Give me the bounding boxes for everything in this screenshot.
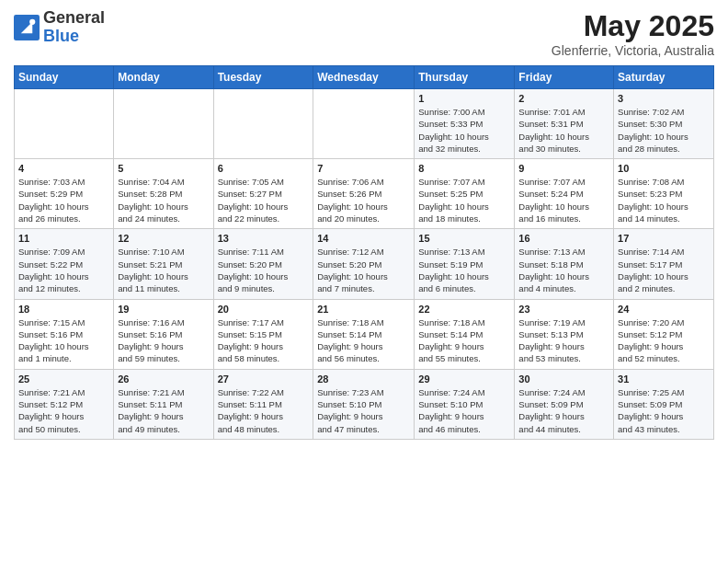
calendar-cell: 14Sunrise: 7:12 AM Sunset: 5:20 PM Dayli… xyxy=(313,229,415,299)
day-number: 25 xyxy=(18,373,109,385)
day-info: Sunrise: 7:05 AM Sunset: 5:27 PM Dayligh… xyxy=(218,176,310,224)
calendar-cell: 16Sunrise: 7:13 AM Sunset: 5:18 PM Dayli… xyxy=(515,229,614,299)
day-number: 29 xyxy=(418,373,510,385)
calendar-cell: 1Sunrise: 7:00 AM Sunset: 5:33 PM Daylig… xyxy=(415,89,515,159)
calendar-cell: 31Sunrise: 7:25 AM Sunset: 5:09 PM Dayli… xyxy=(614,369,714,439)
day-info: Sunrise: 7:02 AM Sunset: 5:30 PM Dayligh… xyxy=(618,106,710,155)
day-number: 11 xyxy=(18,233,109,244)
week-row-4: 18Sunrise: 7:15 AM Sunset: 5:16 PM Dayli… xyxy=(15,299,714,369)
calendar-cell: 28Sunrise: 7:23 AM Sunset: 5:10 PM Dayli… xyxy=(313,369,415,439)
calendar-cell: 9Sunrise: 7:07 AM Sunset: 5:24 PM Daylig… xyxy=(515,159,614,229)
calendar-cell: 7Sunrise: 7:06 AM Sunset: 5:26 PM Daylig… xyxy=(313,159,415,229)
month-year: May 2025 xyxy=(552,9,714,43)
weekday-header-monday: Monday xyxy=(114,66,213,89)
day-number: 28 xyxy=(317,373,410,385)
day-number: 13 xyxy=(218,233,310,244)
day-info: Sunrise: 7:24 AM Sunset: 5:09 PM Dayligh… xyxy=(518,386,609,435)
calendar-cell xyxy=(114,89,213,159)
calendar-cell: 3Sunrise: 7:02 AM Sunset: 5:30 PM Daylig… xyxy=(614,89,714,159)
day-info: Sunrise: 7:13 AM Sunset: 5:18 PM Dayligh… xyxy=(518,246,609,294)
logo: General Blue xyxy=(14,9,105,46)
day-number: 14 xyxy=(317,233,410,244)
calendar-cell: 23Sunrise: 7:19 AM Sunset: 5:13 PM Dayli… xyxy=(515,299,614,369)
calendar-cell: 26Sunrise: 7:21 AM Sunset: 5:11 PM Dayli… xyxy=(114,369,213,439)
day-info: Sunrise: 7:04 AM Sunset: 5:28 PM Dayligh… xyxy=(118,176,209,224)
day-info: Sunrise: 7:01 AM Sunset: 5:31 PM Dayligh… xyxy=(518,106,609,155)
calendar-cell: 17Sunrise: 7:14 AM Sunset: 5:17 PM Dayli… xyxy=(614,229,714,299)
calendar-cell: 22Sunrise: 7:18 AM Sunset: 5:14 PM Dayli… xyxy=(415,299,515,369)
calendar-cell: 25Sunrise: 7:21 AM Sunset: 5:12 PM Dayli… xyxy=(15,369,114,439)
logo-general: General xyxy=(43,8,105,27)
calendar-cell: 10Sunrise: 7:08 AM Sunset: 5:23 PM Dayli… xyxy=(614,159,714,229)
day-number: 12 xyxy=(118,233,209,244)
calendar-cell: 18Sunrise: 7:15 AM Sunset: 5:16 PM Dayli… xyxy=(15,299,114,369)
day-number: 3 xyxy=(618,93,710,104)
day-info: Sunrise: 7:14 AM Sunset: 5:17 PM Dayligh… xyxy=(618,246,710,294)
calendar-cell: 20Sunrise: 7:17 AM Sunset: 5:15 PM Dayli… xyxy=(213,299,313,369)
calendar-cell: 4Sunrise: 7:03 AM Sunset: 5:29 PM Daylig… xyxy=(15,159,114,229)
day-info: Sunrise: 7:09 AM Sunset: 5:22 PM Dayligh… xyxy=(18,246,109,294)
calendar-cell: 21Sunrise: 7:18 AM Sunset: 5:14 PM Dayli… xyxy=(313,299,415,369)
day-number: 9 xyxy=(518,163,609,174)
calendar-cell: 19Sunrise: 7:16 AM Sunset: 5:16 PM Dayli… xyxy=(114,299,213,369)
day-number: 31 xyxy=(618,373,710,385)
day-info: Sunrise: 7:08 AM Sunset: 5:23 PM Dayligh… xyxy=(618,176,710,224)
week-row-1: 1Sunrise: 7:00 AM Sunset: 5:33 PM Daylig… xyxy=(15,89,714,159)
weekday-header-tuesday: Tuesday xyxy=(213,66,313,89)
title-block: May 2025 Glenferrie, Victoria, Australia xyxy=(552,9,714,58)
calendar-cell: 6Sunrise: 7:05 AM Sunset: 5:27 PM Daylig… xyxy=(213,159,313,229)
day-info: Sunrise: 7:07 AM Sunset: 5:25 PM Dayligh… xyxy=(418,176,510,224)
day-info: Sunrise: 7:10 AM Sunset: 5:21 PM Dayligh… xyxy=(118,246,209,294)
calendar-table: SundayMondayTuesdayWednesdayThursdayFrid… xyxy=(14,65,714,440)
page-header: General Blue May 2025 Glenferrie, Victor… xyxy=(14,9,714,58)
day-info: Sunrise: 7:18 AM Sunset: 5:14 PM Dayligh… xyxy=(418,316,510,365)
day-number: 8 xyxy=(418,163,510,174)
day-number: 7 xyxy=(317,163,410,174)
day-info: Sunrise: 7:20 AM Sunset: 5:12 PM Dayligh… xyxy=(618,316,710,365)
calendar-cell: 2Sunrise: 7:01 AM Sunset: 5:31 PM Daylig… xyxy=(515,89,614,159)
day-info: Sunrise: 7:19 AM Sunset: 5:13 PM Dayligh… xyxy=(518,316,609,365)
calendar-cell xyxy=(213,89,313,159)
day-number: 26 xyxy=(118,373,209,385)
weekday-header-thursday: Thursday xyxy=(415,66,515,89)
day-info: Sunrise: 7:21 AM Sunset: 5:12 PM Dayligh… xyxy=(18,386,109,435)
logo-text: General Blue xyxy=(43,9,105,46)
location: Glenferrie, Victoria, Australia xyxy=(552,43,714,58)
calendar-cell: 15Sunrise: 7:13 AM Sunset: 5:19 PM Dayli… xyxy=(415,229,515,299)
day-number: 5 xyxy=(118,163,209,174)
calendar-cell: 12Sunrise: 7:10 AM Sunset: 5:21 PM Dayli… xyxy=(114,229,213,299)
day-number: 1 xyxy=(418,93,510,104)
day-number: 16 xyxy=(518,233,609,244)
day-info: Sunrise: 7:00 AM Sunset: 5:33 PM Dayligh… xyxy=(418,106,510,155)
calendar-cell: 30Sunrise: 7:24 AM Sunset: 5:09 PM Dayli… xyxy=(515,369,614,439)
calendar-cell: 27Sunrise: 7:22 AM Sunset: 5:11 PM Dayli… xyxy=(213,369,313,439)
day-number: 21 xyxy=(317,304,410,315)
svg-point-2 xyxy=(29,18,35,24)
day-info: Sunrise: 7:16 AM Sunset: 5:16 PM Dayligh… xyxy=(118,316,209,365)
day-number: 27 xyxy=(218,373,310,385)
calendar-cell: 5Sunrise: 7:04 AM Sunset: 5:28 PM Daylig… xyxy=(114,159,213,229)
calendar-cell: 13Sunrise: 7:11 AM Sunset: 5:20 PM Dayli… xyxy=(213,229,313,299)
day-info: Sunrise: 7:25 AM Sunset: 5:09 PM Dayligh… xyxy=(618,386,710,435)
week-row-2: 4Sunrise: 7:03 AM Sunset: 5:29 PM Daylig… xyxy=(15,159,714,229)
day-info: Sunrise: 7:11 AM Sunset: 5:20 PM Dayligh… xyxy=(218,246,310,294)
day-info: Sunrise: 7:15 AM Sunset: 5:16 PM Dayligh… xyxy=(18,316,109,365)
day-info: Sunrise: 7:17 AM Sunset: 5:15 PM Dayligh… xyxy=(218,316,310,365)
day-number: 19 xyxy=(118,304,209,315)
calendar-cell xyxy=(313,89,415,159)
calendar-cell: 24Sunrise: 7:20 AM Sunset: 5:12 PM Dayli… xyxy=(614,299,714,369)
day-number: 22 xyxy=(418,304,510,315)
day-info: Sunrise: 7:21 AM Sunset: 5:11 PM Dayligh… xyxy=(118,386,209,435)
day-info: Sunrise: 7:22 AM Sunset: 5:11 PM Dayligh… xyxy=(218,386,310,435)
day-number: 6 xyxy=(218,163,310,174)
calendar-cell: 29Sunrise: 7:24 AM Sunset: 5:10 PM Dayli… xyxy=(415,369,515,439)
day-number: 4 xyxy=(18,163,109,174)
logo-icon xyxy=(14,15,40,40)
day-number: 24 xyxy=(618,304,710,315)
day-info: Sunrise: 7:23 AM Sunset: 5:10 PM Dayligh… xyxy=(317,386,410,435)
calendar-cell: 8Sunrise: 7:07 AM Sunset: 5:25 PM Daylig… xyxy=(415,159,515,229)
day-number: 10 xyxy=(618,163,710,174)
day-info: Sunrise: 7:13 AM Sunset: 5:19 PM Dayligh… xyxy=(418,246,510,294)
day-info: Sunrise: 7:12 AM Sunset: 5:20 PM Dayligh… xyxy=(317,246,410,294)
weekday-header-saturday: Saturday xyxy=(614,66,714,89)
